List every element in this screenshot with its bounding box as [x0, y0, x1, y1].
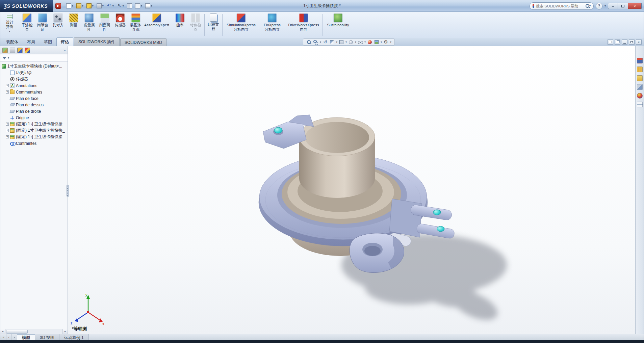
design-study-button[interactable]: 设计 算例 ▾ [0, 12, 19, 38]
ribbon-button-clearance-verification[interactable]: 间隙验证 [35, 12, 50, 38]
minimize-button[interactable]: – [608, 3, 618, 9]
property-manager-tab-icon[interactable] [10, 48, 15, 53]
ribbon-button-assemblyxpert[interactable]: AssemblyXpert [144, 12, 170, 38]
tree-item-component-2[interactable]: +(固定) 1寸卫生级卡箍快接_ [0, 127, 68, 134]
scroll-right-icon[interactable]: ▸ [62, 329, 68, 334]
file-explorer-icon[interactable] [637, 75, 643, 81]
tree-item-right-plane[interactable]: Plan de droite [0, 108, 68, 114]
doc-tab-motion-study[interactable]: 运动算例 1 [59, 334, 89, 340]
expand-icon[interactable]: + [6, 129, 9, 132]
ribbon-button-curvature[interactable]: 曲率 [172, 12, 188, 38]
ribbon-button-measure[interactable]: 测量 [66, 12, 81, 38]
section-view-icon[interactable] [329, 39, 335, 45]
edit-appearance-icon[interactable] [367, 39, 373, 45]
expand-icon[interactable]: + [6, 84, 9, 87]
new-document-button[interactable]: ▾ [65, 2, 74, 10]
file-properties-button[interactable]: ▾ [144, 2, 153, 10]
view-settings-icon[interactable] [383, 39, 389, 45]
display-style-icon[interactable] [348, 39, 354, 45]
close-button[interactable]: × [628, 3, 642, 9]
scrollbar-thumb[interactable] [6, 330, 28, 334]
doc-restore-button[interactable] [629, 39, 635, 45]
doc-minimize-button[interactable] [622, 39, 627, 45]
tree-item-front-plane[interactable]: Plan de face [0, 95, 68, 102]
cascade-windows-icon[interactable] [615, 39, 620, 45]
zoom-to-fit-icon[interactable] [306, 39, 312, 45]
tab-scroll-right-icon[interactable]: › [12, 334, 17, 340]
previous-view-icon[interactable] [322, 39, 328, 45]
solidworks-resources-icon[interactable] [637, 58, 643, 63]
tree-item-component-1[interactable]: +(固定) 1寸卫生级卡箍快接_ [0, 121, 68, 127]
tab-solidworks-mbd[interactable]: SOLIDWORKS MBD [120, 38, 166, 46]
tab-layout[interactable]: 布局 [23, 37, 40, 46]
help-caret-icon[interactable]: ▾ [604, 4, 606, 7]
expand-icon[interactable]: + [6, 135, 9, 138]
tree-item-comments[interactable]: +Commentaires [0, 89, 68, 95]
feature-tree-tab-icon[interactable] [2, 48, 8, 53]
doc-tab-model[interactable]: 模型 [17, 334, 35, 340]
plane-icon [9, 110, 15, 112]
tree-item-top-plane[interactable]: Plan de dessus [0, 102, 68, 108]
ribbon-button-sustainability[interactable]: Sustainability [324, 12, 352, 38]
ribbon-button-hole-alignment[interactable]: 孔对齐 [50, 12, 66, 38]
tree-item-assembly-root[interactable]: 1寸卫生级卡箍快接 (Défaut<... [0, 63, 68, 70]
graphics-area[interactable]: y x z *等轴测 » ▾ 1寸卫生级卡箍快接 (Défaut<... 历史记… [0, 46, 644, 334]
custom-properties-icon[interactable] [637, 102, 643, 107]
tab-scroll-first-icon[interactable]: « [1, 334, 6, 340]
help-search-box[interactable]: ▾ [530, 2, 594, 10]
zoom-to-area-icon[interactable] [313, 39, 319, 45]
open-button[interactable]: ▾ [75, 2, 84, 10]
ribbon-button-floxpress[interactable]: FloXpress分析向导 [259, 12, 286, 38]
tree-item-origin[interactable]: Origine [0, 114, 68, 121]
tree-filter-bar[interactable]: ▾ [0, 54, 68, 62]
doc-tab-3d-views[interactable]: 3D 视图 [35, 334, 59, 340]
expand-icon[interactable]: + [6, 123, 9, 126]
ribbon-button-interference-check[interactable]: 干涉检查 [19, 12, 35, 38]
panel-horizontal-scrollbar[interactable]: ◂ ▸ [0, 329, 68, 334]
tab-sketch[interactable]: 草图 [40, 37, 56, 46]
ribbon-button-assembly-visualization[interactable]: 装配体直观 [128, 12, 144, 38]
tile-windows-icon[interactable] [608, 39, 613, 45]
display-pane-button[interactable] [126, 2, 133, 10]
tab-scroll-left-icon[interactable]: ‹ [6, 334, 12, 340]
tab-evaluate[interactable]: 评估 [56, 37, 73, 46]
rebuild-button[interactable]: ▾ [85, 2, 95, 10]
search-input[interactable] [536, 4, 584, 8]
panel-splitter-handle[interactable] [67, 185, 69, 197]
options-button[interactable]: ▾ [134, 2, 143, 10]
tree-item-history[interactable]: 历史记录 [0, 70, 68, 76]
ribbon-button-compare-documents[interactable]: 比较文档 [206, 12, 221, 38]
menu-pin-button[interactable]: ▶ [55, 3, 61, 9]
expand-icon[interactable]: + [6, 90, 9, 94]
tree-item-annotations[interactable]: +Annotations [0, 82, 68, 89]
tree-item-component-3[interactable]: +(固定) 1寸卫生级卡箍快接_ [0, 134, 68, 140]
maximize-button[interactable] [618, 3, 628, 9]
help-button[interactable]: ? [596, 3, 602, 9]
doc-close-button[interactable]: × [636, 39, 642, 45]
configuration-manager-tab-icon[interactable] [17, 48, 23, 53]
tab-assembly[interactable]: 装配体 [2, 37, 23, 46]
ribbon-button-section-properties[interactable]: 剖面属性 [97, 12, 112, 38]
search-icon[interactable] [586, 4, 588, 8]
panel-expand-icon[interactable]: » [63, 48, 66, 52]
tab-solidworks-addins[interactable]: SOLIDWORKS 插件 [74, 37, 120, 46]
hide-show-items-icon[interactable] [357, 39, 363, 45]
design-library-icon[interactable] [637, 67, 643, 72]
display-manager-tab-icon[interactable] [25, 48, 30, 53]
tree-item-mates[interactable]: Contraintes [0, 140, 68, 147]
ribbon-button-simulationxpress[interactable]: SimulationXpress分析向导 [224, 12, 259, 38]
model-viewport[interactable]: y x z [68, 46, 636, 335]
ribbon-button-mass-properties[interactable]: 质量属性 [81, 12, 97, 38]
view-palette-icon[interactable] [637, 84, 643, 90]
ribbon-button-sensors[interactable]: 传感器 [112, 12, 128, 38]
ribbon-button-symmetry-check[interactable]: 对称检查 [188, 12, 203, 38]
undo-button[interactable]: ▾ [106, 2, 115, 10]
tree-item-sensors[interactable]: 传感器 [0, 76, 68, 82]
view-orientation-icon[interactable] [338, 39, 344, 45]
print-button[interactable]: ▾ [96, 2, 105, 10]
apply-scene-icon[interactable] [373, 39, 380, 45]
scroll-left-icon[interactable]: ◂ [0, 329, 5, 334]
ribbon-button-driveworksxpress[interactable]: DriveWorksXpress向导 [286, 12, 321, 38]
select-button[interactable]: ▾ [116, 2, 125, 10]
appearances-scenes-icon[interactable] [637, 93, 643, 99]
